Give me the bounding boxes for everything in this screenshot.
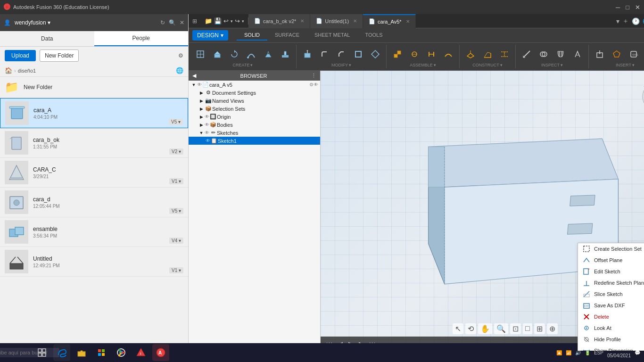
redo-btn[interactable]: ↪ bbox=[235, 17, 240, 25]
tool-midplane[interactable] bbox=[496, 46, 512, 62]
undo-btn[interactable]: ↩ bbox=[223, 17, 229, 25]
tab-people[interactable]: People bbox=[94, 31, 189, 46]
browser-item[interactable]: ▼ 👁 📄 cara_A v5 ⚙ 👁 bbox=[189, 81, 320, 89]
tool-extrude[interactable] bbox=[209, 46, 225, 62]
tool-rib[interactable] bbox=[277, 46, 293, 62]
taskbar-store[interactable] bbox=[93, 344, 110, 361]
nav-display-icon[interactable]: □ bbox=[523, 323, 532, 334]
ctx-show-dimension[interactable]: Show Dimension bbox=[578, 345, 644, 351]
nav-grid-icon[interactable]: ⊞ bbox=[534, 323, 545, 334]
tab-cara-a[interactable]: 📄 cara_Av5* ✕ bbox=[363, 14, 416, 28]
nav-zoom-icon[interactable]: 🔍 bbox=[494, 323, 508, 334]
tool-motion[interactable] bbox=[440, 46, 456, 62]
ctx-edit-sketch[interactable]: Edit Sketch bbox=[578, 266, 644, 277]
nav-cursor-icon[interactable]: ↖ bbox=[453, 323, 463, 334]
ctx-delete[interactable]: Delete Del bbox=[578, 311, 644, 322]
tool-shell[interactable] bbox=[350, 46, 366, 62]
ctx-create-selection-set[interactable]: Create Selection Set bbox=[578, 243, 644, 255]
new-folder-item[interactable]: 📁 New Folder bbox=[0, 77, 188, 98]
app-grid-icon[interactable]: ⊞ bbox=[189, 18, 201, 25]
globe-icon[interactable]: 🌐 bbox=[176, 67, 183, 74]
volume-icon[interactable]: 🔊 bbox=[575, 350, 581, 355]
ctx-redefine-sketch-plane[interactable]: Redefine Sketch Plane bbox=[578, 277, 644, 288]
open-icon[interactable]: 📁 bbox=[205, 17, 212, 25]
save-icon[interactable]: 💾 bbox=[214, 17, 222, 25]
minimize-button[interactable]: ─ bbox=[616, 4, 620, 11]
browser-menu-icon[interactable]: ⋮ bbox=[311, 73, 316, 79]
tab-close[interactable]: ✕ bbox=[406, 19, 410, 24]
taskbar-explorer[interactable] bbox=[73, 344, 90, 361]
browser-item[interactable]: ▶ ⚙ Document Settings bbox=[189, 89, 320, 97]
tool-insert-svg[interactable]: SVG bbox=[626, 46, 642, 62]
taskbar-task-view[interactable] bbox=[33, 344, 50, 361]
mode-tools[interactable]: TOOLS bbox=[357, 30, 390, 41]
tool-revolve[interactable] bbox=[226, 46, 242, 62]
browser-item[interactable]: ▶ 👁 📦 Bodies bbox=[189, 121, 320, 129]
tab-cara-b-ok[interactable]: 📄 cara_b_ok v2* ✕ bbox=[248, 14, 310, 28]
close-panel-icon[interactable]: ✕ bbox=[180, 19, 184, 26]
eye-icon[interactable]: 👁 bbox=[205, 122, 209, 127]
eye2-icon[interactable]: 👁 bbox=[314, 82, 318, 87]
list-item[interactable]: ensamble 3:56:34 PM V4 ▾ bbox=[0, 217, 188, 247]
inspect-label[interactable]: INSPECT▾ bbox=[541, 63, 563, 67]
ctx-slice-sketch[interactable]: Slice Sketch bbox=[578, 288, 644, 300]
tool-measure[interactable] bbox=[519, 46, 535, 62]
nav-pan-icon[interactable]: ✋ bbox=[478, 323, 492, 334]
taskbar-chrome[interactable] bbox=[113, 344, 130, 361]
tab-untitled[interactable]: 📄 Untitled(1) ✕ bbox=[310, 14, 363, 28]
network-icon[interactable]: 📶 bbox=[566, 350, 571, 355]
close-button[interactable]: ✕ bbox=[635, 4, 640, 11]
tab-close[interactable]: ✕ bbox=[353, 18, 357, 24]
search-input[interactable] bbox=[0, 348, 59, 357]
assemble-label[interactable]: ASSEMBLE▾ bbox=[410, 63, 436, 67]
tool-joint2[interactable] bbox=[423, 46, 439, 62]
breadcrumb-folder[interactable]: diseño1 bbox=[18, 68, 36, 74]
list-item[interactable]: Untitled 12:49:21 PM V1 ▾ bbox=[0, 247, 188, 277]
tool-assemble1[interactable] bbox=[389, 46, 405, 62]
redo-arrow[interactable]: ▾ bbox=[242, 19, 244, 24]
browser-item[interactable]: ▶ 👁 🔲 Origin bbox=[189, 113, 320, 121]
ctx-save-dxf[interactable]: DXF Save As DXF bbox=[578, 300, 644, 311]
construct-label[interactable]: CONSTRUCT▾ bbox=[472, 63, 503, 67]
tool-fillet[interactable] bbox=[316, 46, 332, 62]
tray-icon[interactable]: 🔼 bbox=[556, 350, 562, 355]
modify-label[interactable]: MODIFY▾ bbox=[331, 63, 351, 67]
new-tab-icon[interactable]: ＋ bbox=[622, 17, 629, 25]
taskbar-search[interactable] bbox=[14, 344, 31, 361]
list-item[interactable]: cara_d 12:05:44 PM V5 ▾ bbox=[0, 188, 188, 217]
tool-interference[interactable] bbox=[536, 46, 552, 62]
home-icon[interactable]: 🏠 bbox=[5, 67, 12, 74]
list-item[interactable]: cara_A 4:04:10 PM V5 ▾ bbox=[0, 98, 188, 128]
eye-icon[interactable]: 👁 bbox=[206, 138, 210, 143]
list-item[interactable]: CARA_C 3/29/21 V1 ▾ bbox=[0, 158, 188, 188]
tool-scale[interactable] bbox=[367, 46, 383, 62]
tool-press-pull[interactable] bbox=[299, 46, 315, 62]
tool-insert-mesh[interactable] bbox=[609, 46, 625, 62]
nav-orbit-icon[interactable]: ⟲ bbox=[465, 323, 476, 334]
ctx-offset-plane[interactable]: Offset Plane bbox=[578, 255, 644, 266]
mode-solid[interactable]: SOLID bbox=[237, 30, 267, 41]
eye-icon[interactable]: 👁 bbox=[197, 82, 202, 87]
browser-item-named-views[interactable]: ▶ 📷 Named Views bbox=[189, 97, 320, 105]
tab-close[interactable]: ✕ bbox=[300, 18, 304, 24]
browser-item-sketch1[interactable]: 👁 📋 Sketch1 bbox=[189, 137, 320, 145]
gear-icon[interactable]: ⚙ bbox=[309, 82, 314, 87]
undo-arrow[interactable]: ▾ bbox=[231, 19, 233, 24]
tool-loft[interactable] bbox=[260, 46, 276, 62]
design-button[interactable]: DESIGN ▾ bbox=[192, 30, 228, 41]
battery-icon[interactable]: 🔋 bbox=[585, 350, 590, 355]
ctx-hide-profile[interactable]: Hide Profile bbox=[578, 334, 644, 345]
canvas-area[interactable]: X Y Z FRONT Create Selection Set bbox=[321, 71, 644, 351]
taskbar-fusion[interactable]: A bbox=[152, 344, 169, 361]
create-label[interactable]: CREATE▾ bbox=[233, 63, 253, 67]
tool-offset-plane[interactable] bbox=[462, 46, 479, 62]
tool-sweep[interactable] bbox=[243, 46, 259, 62]
browser-item-selection-sets[interactable]: ▶ 📦 Selection Sets bbox=[189, 105, 320, 113]
eye-icon[interactable]: 👁 bbox=[205, 114, 209, 119]
upload-button[interactable]: Upload bbox=[5, 50, 36, 61]
eye-icon[interactable]: 👁 bbox=[205, 130, 209, 135]
insert-label[interactable]: INSERT▾ bbox=[616, 63, 635, 67]
ctx-look-at[interactable]: Look At bbox=[578, 322, 644, 334]
settings-icon[interactable]: ⚙ bbox=[178, 52, 183, 59]
tab-dropdown-icon[interactable]: ▾ bbox=[616, 17, 619, 25]
